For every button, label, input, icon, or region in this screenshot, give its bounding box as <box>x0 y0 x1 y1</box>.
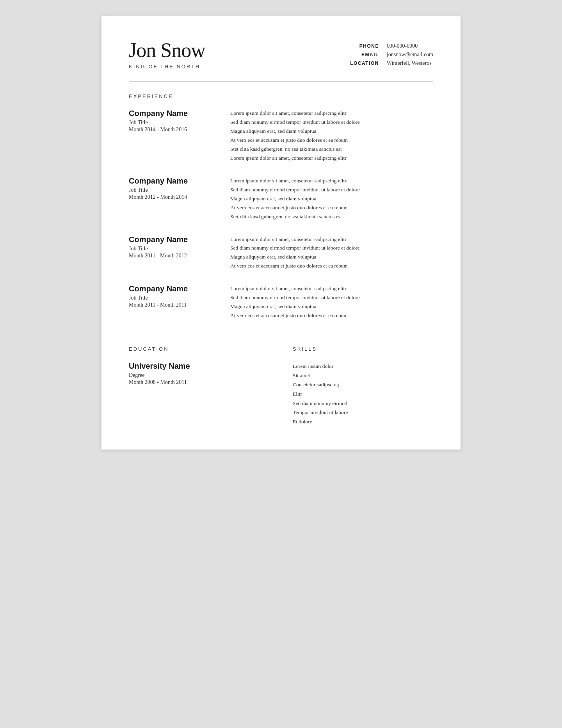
experience-bullet: Sed diam nonumy eirmod tempor invidunt u… <box>230 118 433 127</box>
email-value: jonsnow@email.com <box>387 52 433 58</box>
phone-label: PHONE <box>350 43 379 49</box>
experience-bullet: At vero eos et accusam et justo duo dolo… <box>230 311 433 320</box>
candidate-subtitle: KING OF THE NORTH <box>129 64 350 70</box>
experience-entry: Company NameJob TitleMonth 2011 - Month … <box>129 235 433 271</box>
email-label: EMAIL <box>350 52 379 57</box>
skill-item: Sed diam nonumy eirmod <box>293 399 433 408</box>
skill-item: Et dolore <box>293 417 433 426</box>
header-left: Jon Snow KING OF THE NORTH <box>129 39 350 70</box>
experience-bullet: At vero eos et accusam et justo duo dolo… <box>230 262 433 271</box>
header-section: Jon Snow KING OF THE NORTH PHONE 000-000… <box>129 39 433 70</box>
education-section-title: EDUCATION <box>129 346 269 352</box>
experience-left: Company NameJob TitleMonth 2011 - Month … <box>129 235 215 271</box>
bottom-divider <box>129 334 433 334</box>
experience-entry: Company NameJob TitleMonth 2012 - Month … <box>129 177 433 221</box>
experience-section-title: EXPERIENCE <box>129 93 433 99</box>
experience-bullet: At vero eos et accusam et justo duo dolo… <box>230 136 433 145</box>
experience-bullet: Lorem ipsum dolor sit amet, consetetur s… <box>230 154 433 163</box>
experience-bullet: Sed diam nonumy eirmod tempor invidunt u… <box>230 186 433 194</box>
experience-bullet: Stet clita kasd gubergren, no sea takima… <box>230 212 433 221</box>
company-name: Company Name <box>129 284 215 293</box>
experience-bullet: Sed diam nonumy eirmod tempor invidunt u… <box>230 293 433 302</box>
experience-left: Company NameJob TitleMonth 2014 - Month … <box>129 109 215 163</box>
job-title: Job Title <box>129 120 215 126</box>
job-title: Job Title <box>129 246 215 252</box>
experience-entry: Company NameJob TitleMonth 2014 - Month … <box>129 109 433 163</box>
bottom-sections: EDUCATION University Name Degree Month 2… <box>129 346 433 426</box>
location-label: LOCATION <box>350 61 379 66</box>
resume-document: Jon Snow KING OF THE NORTH PHONE 000-000… <box>101 16 461 450</box>
phone-value: 000-000-0000 <box>387 43 433 49</box>
contact-info: PHONE 000-000-0000 EMAIL jonsnow@email.c… <box>350 39 433 66</box>
skill-item: Elitr <box>293 389 433 399</box>
experience-bullet: At vero eos et accusam et justo duo dolo… <box>230 203 433 212</box>
skills-section: SKILLS Lorem ipsum dolorSit ametConsetet… <box>293 346 433 426</box>
job-dates: Month 2014 - Month 2016 <box>129 127 215 133</box>
company-name: Company Name <box>129 235 215 244</box>
job-dates: Month 2012 - Month 2014 <box>129 194 215 200</box>
experience-bullet: Lorem ipsum dolor sit amet, consetetur s… <box>230 284 433 293</box>
company-name: Company Name <box>129 177 215 186</box>
edu-dates: Month 2008 - Month 2011 <box>129 379 269 385</box>
experience-bullet: Lorem ipsum dolor sit amet, consetetur s… <box>230 177 433 186</box>
university-name: University Name <box>129 362 269 371</box>
location-value: Winterfell, Westeros <box>387 60 433 66</box>
education-section: EDUCATION University Name Degree Month 2… <box>129 346 269 426</box>
job-dates: Month 2011 - Month 2012 <box>129 253 215 259</box>
skill-item: Tempor invidunt ut labore <box>293 408 433 417</box>
experience-bullet: Magna aliquyam erat, sed diam voluptua <box>230 253 433 262</box>
job-title: Job Title <box>129 187 215 193</box>
experience-list: Company NameJob TitleMonth 2014 - Month … <box>129 109 433 320</box>
experience-right: Lorem ipsum dolor sit amet, consetetur s… <box>230 109 433 163</box>
skills-section-title: SKILLS <box>293 346 433 352</box>
job-dates: Month 2011 - Month 2011 <box>129 302 215 308</box>
experience-right: Lorem ipsum dolor sit amet, consetetur s… <box>230 177 433 221</box>
experience-bullet: Lorem ipsum dolor sit amet, consetetur s… <box>230 109 433 118</box>
experience-section: EXPERIENCE Company NameJob TitleMonth 20… <box>129 93 433 320</box>
experience-bullet: Lorem ipsum dolor sit amet, consetetur s… <box>230 235 433 244</box>
candidate-name: Jon Snow <box>129 39 350 61</box>
experience-left: Company NameJob TitleMonth 2011 - Month … <box>129 284 215 320</box>
job-title: Job Title <box>129 295 215 301</box>
skill-item: Sit amet <box>293 371 433 380</box>
experience-right: Lorem ipsum dolor sit amet, consetetur s… <box>230 235 433 271</box>
company-name: Company Name <box>129 109 215 118</box>
skill-item: Consetetur sadipscing <box>293 380 433 389</box>
experience-entry: Company NameJob TitleMonth 2011 - Month … <box>129 284 433 320</box>
experience-right: Lorem ipsum dolor sit amet, consetetur s… <box>230 284 433 320</box>
experience-bullet: Magna aliquyam erat, sed diam voluptua <box>230 302 433 311</box>
experience-bullet: Stet clita kasd gubergren, no sea takima… <box>230 145 433 154</box>
skill-item: Lorem ipsum dolor <box>293 362 433 371</box>
header-divider <box>129 81 433 82</box>
skills-list: Lorem ipsum dolorSit ametConsetetur sadi… <box>293 362 433 426</box>
experience-left: Company NameJob TitleMonth 2012 - Month … <box>129 177 215 221</box>
experience-bullet: Magna aliquyam erat, sed diam voluptua <box>230 127 433 136</box>
edu-degree: Degree <box>129 372 269 378</box>
experience-bullet: Magna aliquyam erat, sed diam voluptua <box>230 194 433 203</box>
experience-bullet: Sed diam nonumy eirmod tempor invidunt u… <box>230 244 433 253</box>
